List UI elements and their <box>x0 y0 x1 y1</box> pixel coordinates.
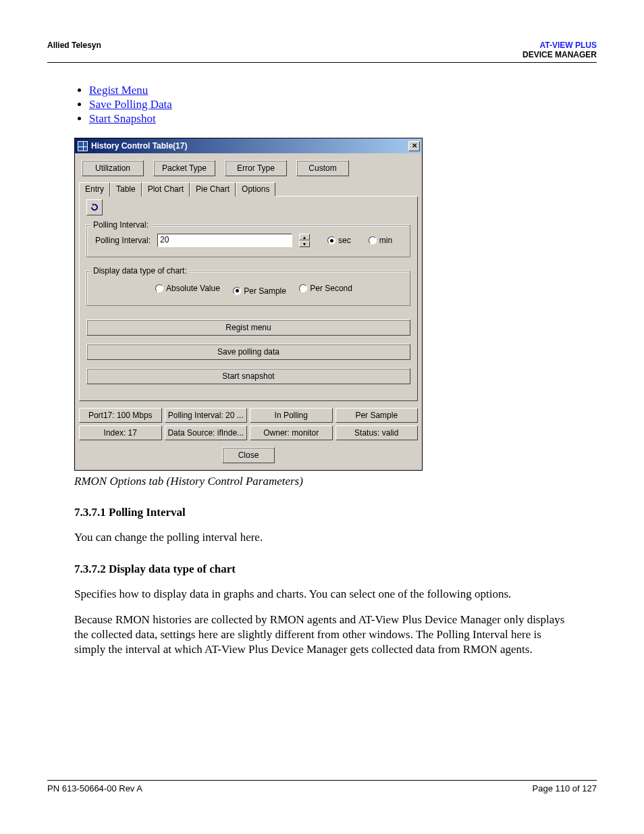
toolbar <box>86 199 410 215</box>
section-7-3-7-2-title: 7.3.7.2 Display data type of chart <box>74 563 570 576</box>
radio-dot-icon <box>155 284 163 292</box>
header-subtitle: DEVICE MANAGER <box>522 50 597 59</box>
status-port: Port17: 100 Mbps <box>79 408 162 423</box>
radio-dot-icon <box>233 287 241 295</box>
history-control-dialog: History Control Table(17) ✕ Utilization … <box>74 138 423 471</box>
link-start-snapshot[interactable]: Start Snapshot <box>89 112 156 125</box>
spin-down-icon[interactable]: ▼ <box>299 240 310 247</box>
status-owner: Owner: monitor <box>250 425 333 440</box>
unit-min-label: min <box>379 236 392 245</box>
polling-legend: Polling Interval: <box>91 220 151 230</box>
window-title: History Control Table(17) <box>91 141 187 151</box>
header-right: AT-VIEW PLUS DEVICE MANAGER <box>522 41 597 59</box>
section-7-3-7-2-body2: Because RMON histories are collected by … <box>74 613 570 657</box>
titlebar[interactable]: History Control Table(17) ✕ <box>75 138 422 153</box>
error-type-button[interactable]: Error Type <box>225 160 287 176</box>
unit-min-radio[interactable]: min <box>369 236 392 245</box>
polling-spinner[interactable]: ▲ ▼ <box>299 234 310 247</box>
top-button-row: Utilization Packet Type Error Type Custo… <box>75 153 422 182</box>
utilization-button[interactable]: Utilization <box>82 160 144 176</box>
per-second-radio[interactable]: Per Second <box>299 284 352 293</box>
page-footer: PN 613-50664-00 Rev A Page 110 of 127 <box>47 780 597 793</box>
header-product: AT-VIEW PLUS <box>522 41 597 50</box>
status-inpolling: In Polling <box>250 408 333 423</box>
start-snapshot-button[interactable]: Start snapshot <box>86 368 410 384</box>
per-second-label: Per Second <box>310 284 352 293</box>
polling-label: Polling Interval: <box>95 236 151 245</box>
radio-dot-icon <box>299 284 307 292</box>
save-polling-data-button[interactable]: Save polling data <box>86 344 410 360</box>
figure-caption: RMON Options tab (History Control Parame… <box>74 475 570 488</box>
display-options-row: Absolute Value Per Sample Per Second <box>95 280 402 296</box>
status-datasource: Data Source: ifInde... <box>165 425 248 440</box>
footer-pn: PN 613-50664-00 Rev A <box>47 783 142 793</box>
radio-dot-icon <box>369 236 377 244</box>
radio-dot-icon <box>327 236 336 244</box>
tabstrip: Entry Table Plot Chart Pie Chart Options <box>79 182 418 197</box>
tab-plot-chart[interactable]: Plot Chart <box>142 182 190 197</box>
per-sample-label: Per Sample <box>244 286 286 296</box>
titlebar-left: History Control Table(17) <box>78 141 187 151</box>
absolute-value-label: Absolute Value <box>166 284 220 293</box>
refresh-icon <box>89 202 100 213</box>
section-7-3-7-1-body: You can change the polling interval here… <box>74 530 570 545</box>
header-company: Allied Telesyn <box>47 41 101 59</box>
status-bar: Port17: 100 Mbps Polling Interval: 20 ..… <box>75 408 422 440</box>
packet-type-button[interactable]: Packet Type <box>153 160 215 176</box>
tab-options[interactable]: Options <box>236 182 275 197</box>
document-page: Allied Telesyn AT-VIEW PLUS DEVICE MANAG… <box>0 0 644 834</box>
footer-page: Page 110 of 127 <box>533 783 597 793</box>
tab-table[interactable]: Table <box>110 182 142 197</box>
display-type-group: Display data type of chart: Absolute Val… <box>86 271 410 306</box>
tab-pie-chart[interactable]: Pie Chart <box>190 182 236 197</box>
status-index: Index: 17 <box>79 425 162 440</box>
unit-sec-label: sec <box>338 236 351 245</box>
page-content: Regist Menu Save Polling Data Start Snap… <box>47 63 597 657</box>
list-item: Regist Menu <box>89 84 570 97</box>
close-row: Close <box>75 440 422 470</box>
section-7-3-7-2-body1: Specifies how to display data in graphs … <box>74 587 570 602</box>
custom-button[interactable]: Custom <box>296 160 349 176</box>
link-regist-menu[interactable]: Regist Menu <box>89 84 148 97</box>
polling-interval-input[interactable]: 20 <box>157 234 292 247</box>
window-icon <box>78 141 88 151</box>
list-item: Save Polling Data <box>89 98 570 111</box>
display-legend: Display data type of chart: <box>91 266 189 276</box>
link-list: Regist Menu Save Polling Data Start Snap… <box>74 84 570 126</box>
absolute-value-radio[interactable]: Absolute Value <box>155 284 220 293</box>
list-item: Start Snapshot <box>89 112 570 126</box>
status-persample: Per Sample <box>336 408 419 423</box>
close-button[interactable]: Close <box>222 447 275 463</box>
options-panel: Polling Interval: Polling Interval: 20 ▲… <box>79 197 418 401</box>
polling-interval-group: Polling Interval: Polling Interval: 20 ▲… <box>86 225 410 257</box>
polling-row: Polling Interval: 20 ▲ ▼ sec min <box>95 234 402 247</box>
link-save-polling[interactable]: Save Polling Data <box>89 98 172 111</box>
status-valid: Status: valid <box>336 425 419 440</box>
unit-sec-radio[interactable]: sec <box>327 236 351 245</box>
page-header: Allied Telesyn AT-VIEW PLUS DEVICE MANAG… <box>47 41 597 63</box>
per-sample-radio[interactable]: Per Sample <box>233 286 286 296</box>
tab-entry[interactable]: Entry <box>79 182 110 197</box>
status-polling: Polling Interval: 20 ... <box>165 408 248 423</box>
close-icon[interactable]: ✕ <box>408 141 420 151</box>
regist-menu-button[interactable]: Regist menu <box>86 319 410 336</box>
section-7-3-7-1-title: 7.3.7.1 Polling Interval <box>74 506 570 519</box>
spin-up-icon[interactable]: ▲ <box>299 234 310 240</box>
refresh-button[interactable] <box>86 199 103 215</box>
